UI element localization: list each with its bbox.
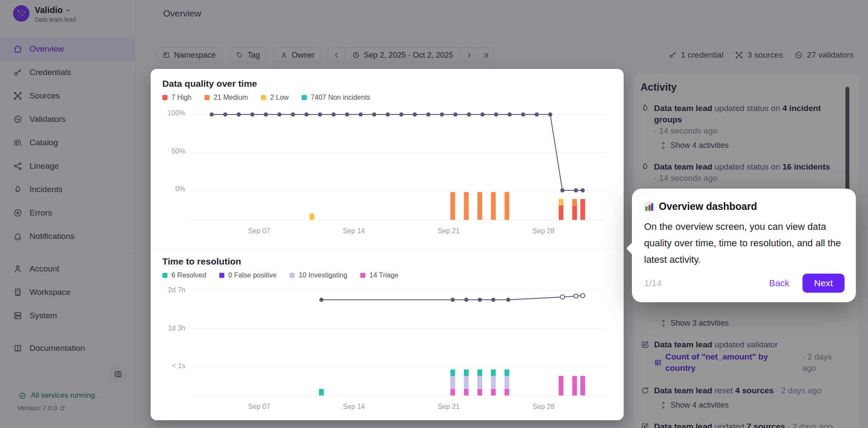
legend-label: 6 Resolved (171, 271, 206, 279)
svg-text:Sep 07: Sep 07 (248, 403, 270, 410)
card-divider (151, 249, 624, 250)
y-axis-tick: 1d 3h (157, 324, 185, 332)
legend-item: 0 False positive (219, 271, 276, 279)
svg-text:Sep 28: Sep 28 (533, 227, 555, 235)
legend-item: 10 Investigating (289, 271, 347, 279)
legend-swatch (219, 273, 224, 278)
svg-text:Sep 21: Sep 21 (437, 403, 460, 410)
legend-label: 10 Investigating (299, 271, 347, 279)
legend-item: 7 High (162, 94, 191, 101)
time-to-resolution-chart[interactable]: Sep 07Sep 14Sep 21Sep 28 (191, 286, 605, 412)
legend-swatch (162, 95, 168, 100)
legend-item: 2 Low (261, 94, 289, 101)
y-axis-tick: 0% (157, 185, 185, 193)
y-axis-tick: 100% (157, 109, 185, 117)
legend-label: 7 High (171, 94, 191, 101)
app-window: Validio Data team lead Overview Credenti… (0, 0, 868, 428)
chart-title: Time to resolution (162, 256, 241, 267)
tour-step-counter: 1/14 (644, 278, 662, 288)
legend-swatch (261, 95, 266, 100)
legend-item: 14 Triage (360, 271, 398, 279)
legend-swatch (360, 273, 365, 278)
back-button[interactable]: Back (769, 278, 789, 288)
legend-swatch (302, 95, 307, 100)
next-button[interactable]: Next (802, 274, 845, 293)
bar-chart-emoji-icon (644, 202, 654, 212)
svg-text:Sep 14: Sep 14 (343, 403, 365, 410)
legend-swatch (162, 273, 168, 278)
legend-label: 2 Low (270, 94, 289, 101)
tour-tooltip: Overview dashboard On the overview scree… (632, 189, 856, 302)
charts-card: Data quality over time 7 High 21 Medium … (151, 69, 624, 420)
tour-body: On the overview screen, you can view dat… (644, 219, 845, 268)
svg-text:Sep 28: Sep 28 (533, 403, 555, 410)
y-axis-tick: < 1s (157, 362, 185, 370)
legend-swatch (204, 95, 210, 100)
svg-text:Sep 07: Sep 07 (248, 227, 270, 235)
chart-legend: 6 Resolved 0 False positive 10 Investiga… (162, 271, 398, 279)
svg-text:Sep 14: Sep 14 (343, 227, 365, 235)
tour-title: Overview dashboard (659, 201, 757, 212)
legend-label: 21 Medium (214, 94, 248, 101)
legend-swatch (289, 273, 295, 278)
legend-label: 7407 Non incidents (311, 94, 370, 101)
svg-text:Sep 21: Sep 21 (437, 227, 460, 235)
chart-legend: 7 High 21 Medium 2 Low 7407 Non incident… (162, 94, 370, 101)
y-axis-tick: 2d 7h (157, 286, 185, 294)
legend-item: 7407 Non incidents (302, 94, 370, 101)
chart-title: Data quality over time (162, 78, 257, 89)
data-quality-chart[interactable]: Sep 07Sep 14Sep 21Sep 28 (191, 110, 605, 236)
y-axis-tick: 50% (157, 147, 185, 155)
legend-item: 6 Resolved (162, 271, 206, 279)
legend-label: 0 False positive (228, 271, 276, 279)
legend-item: 21 Medium (204, 94, 248, 101)
legend-label: 14 Triage (369, 271, 398, 279)
